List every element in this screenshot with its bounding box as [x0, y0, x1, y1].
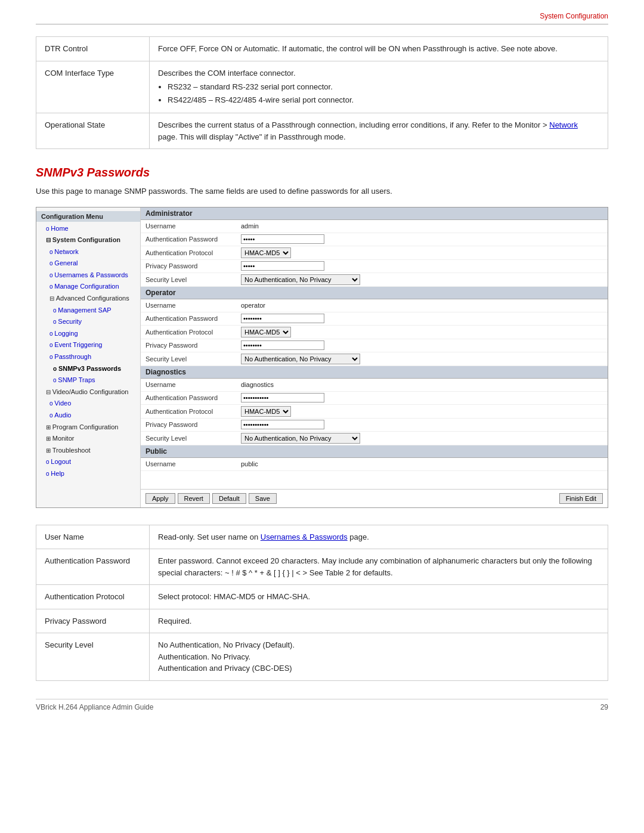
sidebar-item-video-audio[interactable]: Video/Audio Configuration: [36, 386, 140, 398]
sidebar-item-snmpv3[interactable]: SNMPv3 Passwords: [36, 363, 140, 375]
footer-right: 29: [600, 703, 608, 711]
operator-username-value: operator: [241, 302, 603, 309]
operator-auth-password-input[interactable]: [241, 314, 324, 323]
diagnostics-privacy-password-input[interactable]: [241, 420, 324, 429]
public-username-label: Username: [145, 460, 241, 467]
operator-security-level-field[interactable]: No Authentication, No Privacy Authentica…: [241, 354, 603, 364]
diagnostics-privacy-password-field[interactable]: [241, 420, 603, 429]
diagnostics-security-level-label: Security Level: [145, 435, 241, 442]
diagnostics-username-label: Username: [145, 381, 241, 388]
diagnostics-username-row: Username diagnostics: [141, 379, 608, 392]
sidebar-item-system-config[interactable]: System Configuration: [36, 234, 140, 246]
usernames-passwords-link[interactable]: Usernames & Passwords: [261, 532, 348, 541]
footer-left: VBrick H.264 Appliance Admin Guide: [36, 703, 153, 711]
auth-password-label: Authentication Password: [36, 549, 150, 585]
sidebar-item-advanced[interactable]: Advanced Configurations: [36, 293, 140, 305]
admin-auth-protocol-field[interactable]: HMAC-MD5 HMAC-SHA: [241, 247, 603, 258]
snmp-section: SNMPv3 Passwords Use this page to manage…: [36, 166, 608, 508]
apply-button[interactable]: Apply: [145, 493, 175, 504]
snmp-heading: SNMPv3 Passwords: [36, 166, 608, 179]
sidebar-item-manage-config[interactable]: Manage Configuration: [36, 281, 140, 293]
com-interface-value: Describes the COM interface connector. R…: [150, 61, 608, 113]
diagnostics-auth-password-field[interactable]: [241, 393, 603, 402]
operator-auth-password-label: Authentication Password: [145, 315, 241, 322]
diagnostics-security-level-row: Security Level No Authentication, No Pri…: [141, 432, 608, 445]
admin-security-level-select[interactable]: No Authentication, No Privacy Authentica…: [241, 274, 360, 285]
admin-auth-protocol-label: Authentication Protocol: [145, 249, 241, 256]
user-name-label: User Name: [36, 525, 150, 549]
snmp-sidebar: Configuration Menu Home System Configura…: [36, 208, 141, 507]
diagnostics-username-value: diagnostics: [241, 381, 603, 388]
sidebar-item-passthrough[interactable]: Passthrough: [36, 351, 140, 363]
operational-state-label: Operational State: [36, 113, 150, 149]
sidebar-item-mgmt-sap[interactable]: Management SAP: [36, 305, 140, 317]
operator-section-header: Operator: [141, 287, 608, 299]
system-config-link[interactable]: System Configuration: [540, 12, 608, 20]
operator-privacy-password-input[interactable]: [241, 340, 324, 350]
table-row: Security Level No Authentication, No Pri…: [36, 633, 608, 681]
diagnostics-privacy-password-label: Privacy Password: [145, 421, 241, 428]
admin-privacy-password-input[interactable]: [241, 261, 324, 271]
diagnostics-security-level-select[interactable]: No Authentication, No Privacy Authentica…: [241, 433, 360, 444]
operator-privacy-password-row: Privacy Password: [141, 339, 608, 352]
privacy-password-label: Privacy Password: [36, 609, 150, 633]
operator-security-level-row: Security Level No Authentication, No Pri…: [141, 352, 608, 366]
admin-security-level-label: Security Level: [145, 276, 241, 283]
sidebar-item-help[interactable]: Help: [36, 468, 140, 480]
sidebar-item-logging[interactable]: Logging: [36, 328, 140, 340]
operator-username-row: Username operator: [141, 299, 608, 312]
sidebar-item-monitor[interactable]: Monitor: [36, 433, 140, 445]
operator-auth-protocol-field[interactable]: HMAC-MD5 HMAC-SHA: [241, 327, 603, 337]
operator-auth-password-field[interactable]: [241, 314, 603, 323]
table-row: Operational State Describes the current …: [36, 113, 608, 149]
table-row: DTR Control Force OFF, Force ON or Autom…: [36, 37, 608, 61]
operator-auth-protocol-select[interactable]: HMAC-MD5 HMAC-SHA: [241, 327, 291, 337]
diagnostics-auth-protocol-row: Authentication Protocol HMAC-MD5 HMAC-SH…: [141, 405, 608, 419]
operator-username-label: Username: [145, 302, 241, 309]
admin-privacy-password-field[interactable]: [241, 261, 603, 271]
sidebar-item-video[interactable]: Video: [36, 398, 140, 410]
table-row: COM Interface Type Describes the COM int…: [36, 61, 608, 113]
admin-auth-protocol-row: Authentication Protocol HMAC-MD5 HMAC-SH…: [141, 246, 608, 260]
admin-auth-protocol-select[interactable]: HMAC-MD5 HMAC-SHA: [241, 247, 291, 258]
public-username-value: public: [241, 460, 603, 467]
diagnostics-section-header: Diagnostics: [141, 366, 608, 379]
admin-security-level-row: Security Level No Authentication, No Pri…: [141, 273, 608, 287]
admin-username-row: Username admin: [141, 220, 608, 233]
diagnostics-auth-protocol-select[interactable]: HMAC-MD5 HMAC-SHA: [241, 406, 291, 417]
sidebar-item-logout[interactable]: Logout: [36, 456, 140, 468]
admin-auth-password-label: Authentication Password: [145, 236, 241, 243]
menu-title: Configuration Menu: [36, 211, 140, 222]
sidebar-item-audio[interactable]: Audio: [36, 410, 140, 422]
sidebar-item-security[interactable]: Security: [36, 316, 140, 328]
operational-state-value: Describes the current status of a Passth…: [150, 113, 608, 149]
sidebar-item-event-triggering[interactable]: Event Triggering: [36, 339, 140, 351]
operator-auth-protocol-label: Authentication Protocol: [145, 329, 241, 336]
snmp-main-content: Administrator Username admin Authenticat…: [141, 208, 608, 507]
operator-privacy-password-field[interactable]: [241, 340, 603, 350]
operator-security-level-select[interactable]: No Authentication, No Privacy Authentica…: [241, 354, 360, 364]
snmp-buttons-left: Apply Revert Default Save: [145, 493, 277, 504]
admin-auth-password-input[interactable]: [241, 234, 324, 244]
operator-auth-protocol-row: Authentication Protocol HMAC-MD5 HMAC-SH…: [141, 326, 608, 339]
sidebar-item-program-config[interactable]: Program Configuration: [36, 422, 140, 433]
sidebar-item-troubleshoot[interactable]: Troubleshoot: [36, 445, 140, 457]
sidebar-item-snmp-traps[interactable]: SNMP Traps: [36, 374, 140, 386]
finish-edit-button[interactable]: Finish Edit: [559, 493, 603, 504]
diagnostics-auth-password-input[interactable]: [241, 393, 324, 402]
revert-button[interactable]: Revert: [178, 493, 210, 504]
save-button[interactable]: Save: [249, 493, 277, 504]
admin-security-level-field[interactable]: No Authentication, No Privacy Authentica…: [241, 274, 603, 285]
diagnostics-security-level-field[interactable]: No Authentication, No Privacy Authentica…: [241, 433, 603, 444]
network-link[interactable]: Network: [549, 120, 578, 129]
diagnostics-auth-protocol-field[interactable]: HMAC-MD5 HMAC-SHA: [241, 406, 603, 417]
sidebar-item-network[interactable]: Network: [36, 246, 140, 258]
admin-username-value: admin: [241, 222, 603, 230]
default-button[interactable]: Default: [212, 493, 246, 504]
snmp-panel: Configuration Menu Home System Configura…: [36, 207, 608, 508]
admin-auth-password-row: Authentication Password: [141, 233, 608, 246]
admin-auth-password-field[interactable]: [241, 234, 603, 244]
sidebar-item-usernames[interactable]: Usernames & Passwords: [36, 270, 140, 281]
sidebar-item-home[interactable]: Home: [36, 223, 140, 235]
sidebar-item-general[interactable]: General: [36, 258, 140, 270]
